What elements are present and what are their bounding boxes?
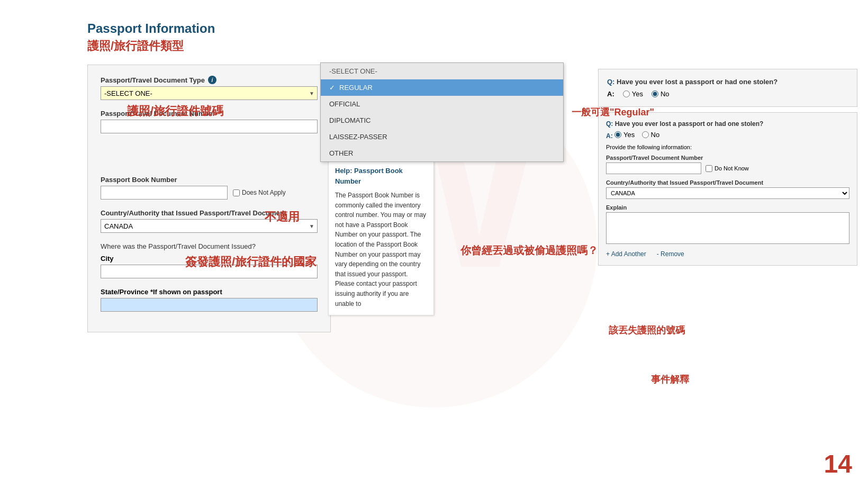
dropdown-header: -SELECT ONE- (321, 63, 563, 79)
sub-question: Q: Have you ever lost a passport or had … (606, 120, 849, 128)
no-radio-label[interactable]: No (652, 90, 670, 98)
not-apply-checkbox[interactable] (233, 189, 240, 196)
add-another-link[interactable]: + Add Another (606, 250, 646, 258)
dropdown-item-other[interactable]: OTHER (321, 145, 563, 161)
explain-textarea[interactable] (606, 212, 849, 244)
lost-yes-radio[interactable] (623, 90, 630, 97)
sub-yes-radio-label[interactable]: Yes (614, 131, 635, 139)
book-number-label: Passport Book Number (101, 176, 177, 184)
info-icon[interactable]: i (208, 76, 216, 84)
subtitle-chinese: 護照/旅行證件類型 (87, 38, 868, 54)
dropdown-item-regular[interactable]: ✓ REGULAR (321, 79, 563, 96)
book-number-input[interactable] (101, 186, 228, 200)
book-number-field: Passport Book Number Does Not Apply (101, 176, 318, 200)
issuing-country-label: Country/Authority that Issued Passport/T… (101, 209, 286, 217)
doc-number-input[interactable] (101, 120, 318, 133)
sub-doc-number-input[interactable] (606, 162, 701, 174)
remove-link[interactable]: - Remove (657, 250, 684, 258)
where-issued-section: Where was the Passport/Travel Document I… (101, 242, 318, 312)
help-title: Help: Passport Book Number (335, 166, 427, 186)
state-input[interactable] (101, 298, 318, 312)
doc-type-select[interactable]: -SELECT ONE- (101, 86, 318, 100)
annotation-doc-number: 護照/旅行證件號碼 (127, 103, 223, 119)
doc-type-label: Passport/Travel Document Type (101, 76, 205, 84)
checkmark-icon: ✓ (329, 84, 335, 92)
annotation-lost-number: 該丟失護照的號碼 (609, 324, 685, 337)
annotation-issuing-country: 簽發護照/旅行證件的國家 (185, 254, 317, 270)
doc-type-field: Passport/Travel Document Type i -SELECT … (101, 76, 318, 100)
annotation-regular: 一般可選"Regular" (572, 106, 654, 119)
help-tooltip: Help: Passport Book Number The Passport … (328, 159, 434, 315)
q-prefix: Q: (607, 78, 617, 86)
where-issued-label: Where was the Passport/Travel Document I… (101, 242, 318, 250)
do-not-know-label[interactable]: Do Not Know (706, 165, 749, 172)
sub-no-radio[interactable] (642, 131, 649, 138)
sub-yes-radio[interactable] (614, 131, 621, 138)
sub-no-radio-label[interactable]: No (642, 131, 660, 139)
a-prefix: A: (607, 90, 614, 98)
dropdown-item-diplomatic[interactable]: DIPLOMATIC (321, 112, 563, 129)
not-apply-checkbox-label[interactable]: Does Not Apply (233, 189, 286, 196)
right-panel: Q: Have you ever lost a passport or had … (598, 69, 857, 266)
add-remove-row: + Add Another - Remove (606, 250, 849, 258)
sub-country-label: Country/Authority that Issued Passport/T… (606, 179, 849, 186)
page-number: 14 (824, 449, 852, 478)
explain-label: Explain (606, 204, 849, 211)
lost-passport-main: Q: Have you ever lost a passport or had … (598, 69, 857, 107)
sub-doc-number-label: Passport/Travel Document Number (606, 155, 849, 161)
dropdown-item-laissez[interactable]: LAISSEZ-PASSER (321, 129, 563, 145)
yes-radio-label[interactable]: Yes (623, 90, 643, 98)
lost-passport-sub-form: Q: Have you ever lost a passport or had … (598, 112, 857, 266)
lost-passport-question: Have you ever lost a passport or had one… (617, 78, 777, 86)
annotation-lost-question: 你曾經丟過或被偷過護照嗎？ (460, 243, 598, 258)
sub-country-select[interactable]: CANADA (606, 187, 849, 199)
annotation-explain: 事件解釋 (651, 373, 689, 386)
provide-info-label: Provide the following information: (606, 144, 849, 150)
do-not-know-checkbox[interactable] (706, 165, 712, 172)
dropdown-overlay: -SELECT ONE- ✓ REGULAR OFFICIAL DIPLOMAT… (320, 62, 564, 162)
help-text: The Passport Book Number is commonly cal… (335, 191, 427, 309)
dropdown-item-official[interactable]: OFFICIAL (321, 96, 563, 112)
annotation-not-applicable: 不適用 (265, 209, 300, 225)
page-title: Passport Information (87, 21, 868, 36)
lost-no-radio[interactable] (652, 90, 658, 97)
